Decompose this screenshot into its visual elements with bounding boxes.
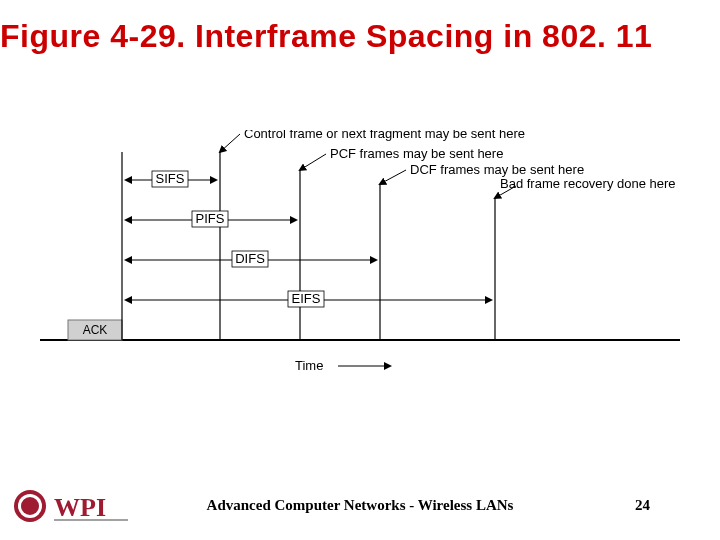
label-difs: DIFS <box>235 251 265 266</box>
page-title: Figure 4-29. Interframe Spacing in 802. … <box>0 18 720 55</box>
wpi-logo-svg: WPI <box>10 486 160 526</box>
annotation-dcf-frames: DCF frames may be sent here <box>410 162 584 177</box>
leader-pcf <box>300 154 326 170</box>
ack-label: ACK <box>83 323 108 337</box>
annotation-bad-frame: Bad frame recovery done here <box>500 176 676 191</box>
annotation-control-frame: Control frame or next fragment may be se… <box>244 130 525 141</box>
label-eifs: EIFS <box>292 291 321 306</box>
footer-text: Advanced Computer Networks - Wireless LA… <box>200 497 520 514</box>
label-pifs: PIFS <box>196 211 225 226</box>
diagram-svg: ACK Control frame or next fragment may b… <box>40 130 680 390</box>
leader-control <box>220 134 240 152</box>
logo-seal-center <box>21 497 39 515</box>
leader-dcf <box>380 170 406 184</box>
slide: Figure 4-29. Interframe Spacing in 802. … <box>0 0 720 540</box>
page-number: 24 <box>635 497 650 514</box>
time-label: Time <box>295 358 323 373</box>
annotation-pcf-frames: PCF frames may be sent here <box>330 146 503 161</box>
interframe-spacing-diagram: ACK Control frame or next fragment may b… <box>40 130 680 390</box>
wpi-logo: WPI <box>10 486 160 526</box>
logo-text: WPI <box>54 493 106 522</box>
label-sifs: SIFS <box>156 171 185 186</box>
